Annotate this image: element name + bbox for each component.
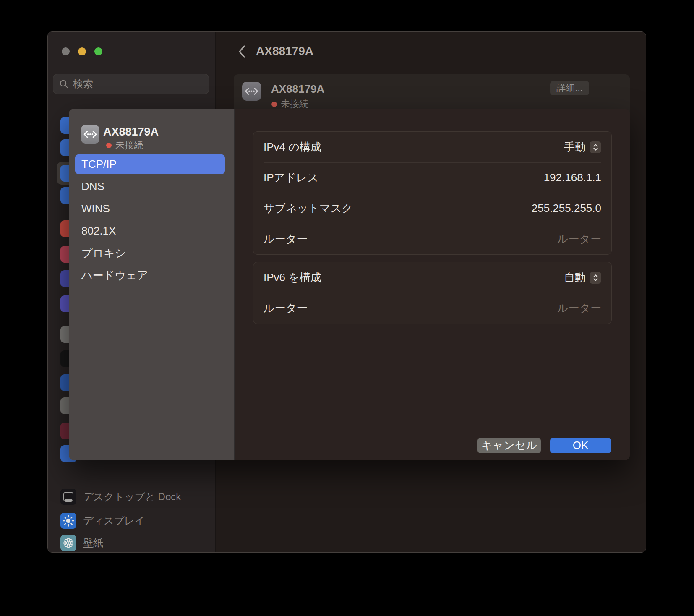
subnet-mask-row: サブネットマスク 255.255.255.0 — [253, 193, 611, 224]
search-icon — [59, 79, 69, 89]
dialog-device-status: 未接続 — [106, 139, 143, 151]
ethernet-adapter-icon — [242, 82, 261, 101]
ipv6-settings-card: IPv6 を構成 自動 ルーター — [253, 262, 612, 324]
minimize-window-button[interactable] — [78, 47, 86, 55]
page-title: AX88179A — [256, 44, 313, 58]
sidebar-item-display[interactable]: ディスプレイ — [48, 511, 215, 530]
tab-proxy[interactable]: プロキシ — [75, 243, 225, 263]
ok-button[interactable]: OK — [550, 438, 611, 453]
subnet-mask-field[interactable]: 255.255.255.0 — [532, 202, 601, 215]
wallpaper-icon — [60, 535, 76, 551]
close-window-button[interactable] — [62, 47, 70, 55]
row-label: IPv4 の構成 — [264, 140, 321, 154]
status-label: 未接続 — [115, 139, 143, 151]
dialog-tab-list: TCP/IPDNSWINS802.1Xプロキシハードウェア — [75, 154, 225, 288]
desktop-dock-icon — [60, 489, 76, 505]
display-icon — [60, 513, 76, 529]
ip-address-row: IPアドレス 192.168.1.1 — [253, 162, 611, 193]
sidebar-item-label: デスクトップと Dock — [83, 490, 181, 504]
ip-address-field[interactable]: 192.168.1.1 — [544, 171, 601, 184]
row-label: ルーター — [264, 232, 308, 246]
system-settings-window: 検索 デスクトップと Dock — [47, 31, 646, 553]
row-label: IPアドレス — [264, 170, 318, 185]
sidebar-item-desktop-dock[interactable]: デスクトップと Dock — [48, 487, 215, 506]
back-button[interactable] — [237, 44, 248, 59]
tab-tcpip[interactable]: TCP/IP — [75, 154, 225, 174]
sidebar-item-wallpaper[interactable]: 壁紙 — [48, 533, 215, 553]
tab-dns[interactable]: DNS — [75, 177, 225, 196]
status-dot — [271, 102, 277, 107]
search-placeholder: 検索 — [73, 77, 93, 91]
sidebar-item-label: 壁紙 — [83, 536, 103, 550]
row-label: IPv6 を構成 — [264, 270, 321, 285]
tab-hardware[interactable]: ハードウェア — [75, 266, 225, 285]
dialog-sidebar: AX88179A 未接続 TCP/IPDNSWINS802.1Xプロキシハードウ… — [69, 109, 235, 460]
footer-divider — [235, 420, 630, 420]
ipv4-config-popup-button[interactable] — [590, 141, 601, 153]
dialog-device-name: AX88179A — [103, 125, 159, 138]
ipv6-config-popup-button[interactable] — [590, 272, 601, 284]
ipv4-router-row: ルーター ルーター — [253, 224, 611, 254]
tab-8021x[interactable]: 802.1X — [75, 221, 225, 241]
ipv4-config-value: 手動 — [564, 140, 586, 154]
ipv6-config-value: 自動 — [564, 270, 586, 285]
ipv6-config-row: IPv6 を構成 自動 — [253, 262, 611, 293]
zoom-window-button[interactable] — [94, 47, 102, 55]
dialog-content: IPv4 の構成 手動 IPアドレス — [235, 109, 630, 460]
sidebar-item-label: ディスプレイ — [83, 514, 145, 527]
row-label: ルーター — [264, 301, 308, 316]
device-name: AX88179A — [271, 83, 324, 96]
row-label: サブネットマスク — [264, 201, 353, 216]
cancel-button[interactable]: キャンセル — [477, 438, 541, 453]
ipv4-settings-card: IPv4 の構成 手動 IPアドレス — [253, 131, 612, 255]
ipv4-router-field[interactable]: ルーター — [557, 232, 601, 246]
ipv6-router-field[interactable]: ルーター — [557, 301, 601, 316]
ipv4-config-row: IPv4 の構成 手動 — [253, 132, 611, 162]
ethernet-adapter-icon — [81, 125, 99, 144]
screen: 検索 デスクトップと Dock — [0, 0, 694, 616]
tab-wins[interactable]: WINS — [75, 199, 225, 219]
details-button[interactable]: 詳細... — [550, 81, 589, 95]
status-dot — [106, 143, 112, 148]
search-input[interactable]: 検索 — [53, 74, 209, 94]
ipv6-router-row: ルーター ルーター — [253, 293, 611, 324]
tcpip-settings-dialog: AX88179A 未接続 TCP/IPDNSWINS802.1Xプロキシハードウ… — [69, 109, 630, 460]
